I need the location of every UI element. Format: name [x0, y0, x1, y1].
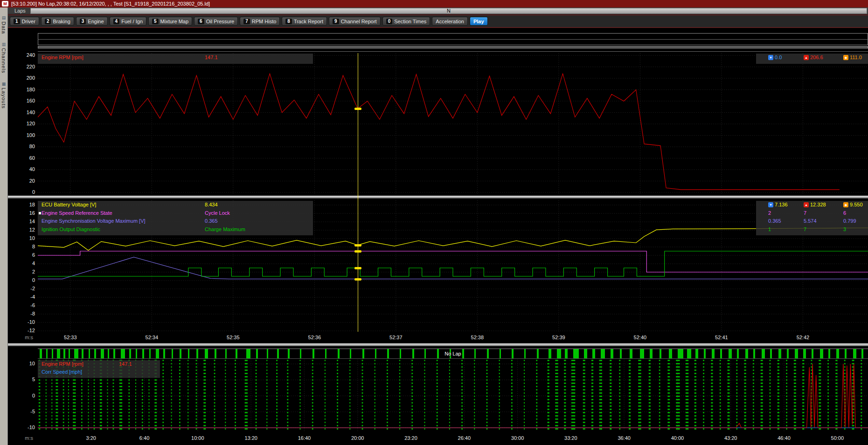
- max-stat-value: 5.574: [804, 218, 817, 224]
- toolbar-button-engine[interactable]: 3Engine: [76, 17, 108, 26]
- y-axis-tick-label: 220: [8, 64, 35, 70]
- y-axis-tick-label: 12: [8, 227, 35, 233]
- x-axis-tick-label: 10:00: [184, 435, 212, 441]
- chart-splitter-upper[interactable]: [8, 196, 868, 199]
- y-axis-tick-label: 180: [8, 87, 35, 93]
- y-axis-tick-label: 20: [8, 178, 35, 184]
- rpm-graph-plot[interactable]: [38, 53, 868, 195]
- x-axis-tick-label: 16:40: [290, 435, 318, 441]
- min-icon: ▼: [768, 55, 773, 60]
- toolbar-button-rpm-histo[interactable]: 7RPM Histo: [240, 17, 280, 26]
- x-axis-tick-label: 6:40: [131, 435, 159, 441]
- sidebar-tab-label: Channels: [1, 48, 7, 73]
- x-axis-tick-label: 46:40: [770, 435, 798, 441]
- channel-cursor-value: Cycle Lock: [205, 210, 230, 216]
- min-stat: ▼7.136: [768, 202, 788, 207]
- lap-strip-label: No Lap: [38, 351, 868, 356]
- y-axis-tick-label: 80: [8, 144, 35, 150]
- x-axis-tick-label: 52:34: [138, 335, 166, 340]
- shortcut-key-badge: 4: [113, 19, 120, 24]
- max-stat: ▲12.328: [804, 202, 826, 207]
- channel-label[interactable]: Engine Synchronisation Voltage Maximum […: [42, 218, 146, 224]
- y-axis-tick-label: 8: [8, 244, 35, 250]
- avg-stat-value: 0.799: [843, 218, 856, 224]
- y-axis-tick-label: -8: [8, 311, 35, 317]
- avg-stat: ◆111.0: [843, 55, 862, 60]
- charts-area: 240220200180160140120100806040200Engine …: [8, 28, 868, 445]
- toolbar-button-label: Section Times: [394, 19, 426, 24]
- toolbar-button-braking[interactable]: 2Braking: [41, 17, 74, 26]
- x-axis-tick-label: 20:00: [344, 435, 372, 441]
- x-axis-tick-label: 13:20: [237, 435, 265, 441]
- shortcut-key-badge: 6: [198, 19, 204, 24]
- y-axis-tick-label: -6: [8, 302, 35, 308]
- avg-stat-value: 6: [843, 210, 846, 216]
- avg-stat: 6: [843, 210, 846, 216]
- channel-label[interactable]: ECU Battery Voltage [V]: [42, 202, 96, 207]
- y-axis-tick-label: 4: [8, 260, 35, 267]
- sidebar-tab-data[interactable]: ▤Data: [1, 16, 7, 34]
- toolbar-button-label: Driver: [22, 19, 35, 24]
- app-body: ▤Data▥Channels▦Layouts Laps N 1Driver2Br…: [0, 7, 868, 445]
- toolbar-button-mixture-map[interactable]: 5Mixture Map: [148, 17, 192, 26]
- cursor-value-marker[interactable]: [354, 250, 361, 253]
- lap-range-bar[interactable]: N: [30, 8, 867, 14]
- toolbar-button-driver[interactable]: 1Driver: [10, 17, 39, 26]
- sidebar-tab-channels[interactable]: ▥Channels: [1, 42, 7, 73]
- max-stat: ▲206.6: [804, 55, 823, 60]
- x-axis-tick-label: 30:00: [504, 435, 532, 441]
- shortcut-key-badge: 3: [80, 19, 86, 24]
- cursor-value-marker[interactable]: [354, 108, 361, 110]
- x-axis-tick-label: 36:40: [610, 435, 638, 441]
- window-title: [53:10.200] No Lap,20:38:02, 16/12/2020,…: [11, 1, 210, 7]
- y-axis-tick-label: 10: [8, 361, 35, 367]
- avg-stat-value: 9.550: [850, 202, 863, 207]
- y-axis-tick-label: 100: [8, 132, 35, 138]
- chart-top-border: [38, 51, 868, 52]
- channel-label[interactable]: Engine RPM [rpm]: [42, 55, 83, 60]
- toolbar-button-oil-pressure[interactable]: 6Oil Pressure: [194, 17, 238, 26]
- cursor-value-marker[interactable]: [354, 267, 361, 269]
- toolbar-button-label: Channel Report: [341, 19, 377, 24]
- channel-cursor-value: Charge Maximum: [205, 226, 245, 232]
- avg-stat: 3: [843, 226, 846, 232]
- toolbar-button-fuel-ign[interactable]: 4Fuel / Ign: [110, 17, 146, 26]
- y-axis-tick-label: 16: [8, 210, 35, 216]
- sidebar-tab-layouts[interactable]: ▦Layouts: [1, 82, 7, 109]
- channel-label[interactable]: Engine RPM [rpm]: [42, 361, 83, 367]
- y-axis-tick-label: -5: [8, 409, 35, 415]
- lap-strip[interactable]: No Lap: [38, 349, 868, 359]
- chart-splitter-lower[interactable]: [8, 343, 868, 346]
- y-axis-tick-label: 60: [8, 155, 35, 161]
- x-axis-tick-label: 26:40: [450, 435, 478, 441]
- channel-label[interactable]: Ignition Output Diagnostic: [42, 226, 100, 232]
- shortcut-key-badge: 2: [45, 19, 51, 24]
- max-stat-value: 7: [804, 210, 806, 216]
- layouts-icon: ▦: [2, 82, 6, 86]
- toolbar-button-section-times[interactable]: 0Section Times: [382, 17, 431, 26]
- min-stat-value: 1: [768, 226, 771, 232]
- toolbar-button-channel-report[interactable]: 9Channel Report: [329, 17, 381, 26]
- laps-tab[interactable]: Laps: [8, 8, 30, 14]
- app-root: M [53:10.200] No Lap,20:38:02, 16/12/202…: [0, 0, 868, 445]
- cursor-value-marker[interactable]: [354, 244, 361, 246]
- avg-stat-value: 111.0: [850, 55, 862, 60]
- overview-graph-plot[interactable]: [38, 360, 868, 431]
- y-axis-tick-label: 0: [8, 189, 35, 195]
- graph-time-ruler[interactable]: [38, 46, 868, 48]
- toolbar-button-track-report[interactable]: 8Track Report: [282, 17, 327, 26]
- cursor-value-marker[interactable]: [354, 278, 361, 281]
- y-axis-tick-label: 240: [8, 52, 35, 58]
- shortcut-key-badge: 1: [14, 19, 20, 24]
- toolbar-button-play[interactable]: Play: [470, 17, 488, 26]
- time-cursor[interactable]: [358, 53, 358, 332]
- channel-label[interactable]: Corr Speed [mph]: [42, 369, 82, 375]
- x-axis-tick-label: 23:20: [397, 435, 425, 441]
- x-axis-tick-label: 43:20: [717, 435, 745, 441]
- toolbar-button-acceleration[interactable]: Acceleration: [432, 17, 468, 26]
- channel-label[interactable]: Engine Speed Reference State: [42, 210, 112, 216]
- toolbar-button-label: Mixture Map: [160, 19, 189, 24]
- laps-row: Laps N: [8, 7, 868, 14]
- y-axis-tick-label: 0: [8, 393, 35, 399]
- max-stat-value: 206.6: [810, 55, 823, 60]
